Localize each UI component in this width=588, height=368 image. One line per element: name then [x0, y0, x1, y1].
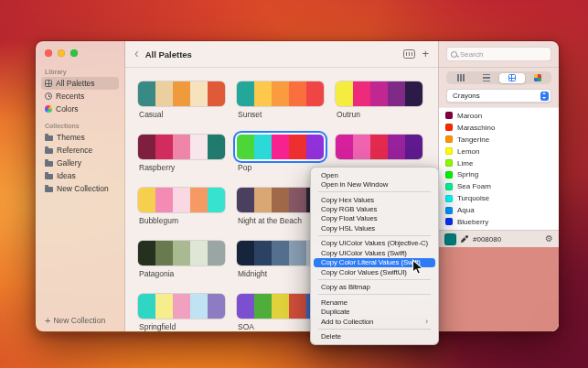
colors-icon	[45, 105, 52, 113]
menu-item-copy-hsl-values[interactable]: Copy HSL Values	[314, 223, 435, 233]
add-palette-button[interactable]: +	[422, 48, 429, 60]
preset-dropdown[interactable]: Crayons	[446, 89, 551, 103]
color-list-item-lemon[interactable]: Lemon	[439, 146, 559, 157]
palette-swatch-strip[interactable]	[138, 294, 225, 319]
menu-item-open[interactable]: Open	[314, 170, 435, 179]
new-collection-button[interactable]: + New Collection	[45, 316, 105, 325]
color-block	[155, 81, 173, 106]
sidebar-item-recents[interactable]: Recents	[41, 90, 119, 103]
sidebar-item-ideas[interactable]: Ideas	[41, 169, 119, 182]
preset-name: Crayons	[453, 92, 480, 100]
color-block	[289, 135, 306, 159]
menu-item-copy-float-values[interactable]: Copy Float Values	[314, 214, 435, 223]
menu-item-label: Copy RGB Values	[321, 205, 377, 213]
palette-name: Raspberry	[138, 163, 225, 172]
palette-swatch-strip[interactable]	[138, 241, 225, 265]
menu-item-label: Copy Color Literal Values (Swift)	[321, 258, 421, 266]
palette-swatch-strip[interactable]	[138, 135, 225, 159]
color-list-item-blueberry[interactable]: Blueberry	[439, 216, 559, 228]
palette-name: Patagonia	[138, 269, 225, 278]
search-icon	[451, 51, 457, 58]
palette-swatch-strip[interactable]	[138, 188, 225, 212]
color-list-item-sea-foam[interactable]: Sea Foam	[439, 180, 559, 192]
color-block	[306, 81, 324, 106]
sidebar-collections-header: Collections	[45, 123, 115, 129]
dropdown-stepper-icon	[540, 92, 549, 101]
color-list-item-maroon[interactable]: Maroon	[439, 110, 559, 122]
color-list-item-spring[interactable]: Spring	[439, 168, 559, 180]
color-block	[405, 135, 422, 159]
palette-card-view-icon[interactable]	[403, 49, 415, 59]
color-block	[289, 81, 306, 106]
palette-swatch-strip[interactable]	[336, 135, 422, 159]
eyedropper-icon[interactable]	[460, 234, 469, 244]
color-block	[208, 135, 225, 159]
color-block	[173, 135, 190, 159]
color-block	[254, 135, 272, 159]
menu-item-label: Add to Collection	[321, 318, 373, 326]
color-list-item-maraschino[interactable]: Maraschino	[439, 122, 559, 134]
sidebar-item-themes[interactable]: Themes	[41, 131, 119, 144]
palette-swatch-strip[interactable]	[237, 81, 324, 106]
swatches-view-segment[interactable]	[525, 73, 551, 83]
color-name: Sea Foam	[457, 182, 491, 190]
sidebar-item-label: Colors	[56, 104, 79, 114]
color-block	[388, 135, 405, 159]
palette-swatch-strip[interactable]	[336, 81, 422, 106]
search-field[interactable]	[446, 47, 551, 61]
color-list-item-tangerine[interactable]: Tangerine	[439, 134, 559, 146]
color-swatch	[445, 171, 453, 179]
zoom-button[interactable]	[70, 49, 78, 57]
menu-item-rename[interactable]: Rename	[314, 298, 435, 307]
sidebar-item-gallery[interactable]: Gallery	[41, 157, 119, 169]
color-block	[138, 188, 155, 212]
sidebar-item-colors[interactable]: Colors	[41, 103, 119, 115]
sidebar-item-new-collection[interactable]: New Collection	[41, 182, 119, 195]
palette-view-segment[interactable]	[448, 73, 474, 83]
mouse-cursor	[412, 259, 423, 276]
palette-swatch-strip[interactable]	[237, 135, 324, 159]
current-color-swatch[interactable]	[444, 233, 456, 245]
sidebar-item-reference[interactable]: Reference	[41, 144, 119, 157]
color-list-item-lime[interactable]: Lime	[439, 157, 559, 169]
palette-swatch-strip[interactable]	[138, 81, 225, 106]
menu-item-copy-uicolor-values-swift[interactable]: Copy UIColor Values (Swift)	[314, 248, 435, 257]
menu-item-copy-hex-values[interactable]: Copy Hex Values	[314, 195, 435, 204]
color-list-item-aqua[interactable]: Aqua	[439, 204, 559, 216]
all-palettes-icon	[45, 80, 52, 87]
menu-item-add-to-collection[interactable]: Add to Collection›	[314, 317, 435, 326]
palette-name: Casual	[138, 110, 225, 119]
sidebar-item-label: Themes	[57, 133, 85, 142]
menu-item-label: Rename	[321, 298, 347, 307]
menu-item-copy-rgb-values[interactable]: Copy RGB Values	[314, 204, 435, 213]
menu-item-copy-as-bitmap[interactable]: Copy as Bitmap	[314, 282, 435, 291]
menu-separator	[318, 279, 431, 280]
menu-item-open-in-new-window[interactable]: Open in New Window	[314, 179, 435, 189]
grid-view-segment[interactable]	[499, 73, 525, 83]
search-input[interactable]	[460, 50, 547, 59]
menu-item-copy-uicolor-values-objective-c[interactable]: Copy UIColor Values (Objective-C)	[314, 239, 435, 248]
color-swatch	[445, 124, 453, 131]
current-color-hex: #008080	[473, 235, 501, 244]
color-name: Maroon	[457, 112, 482, 120]
color-block	[272, 188, 289, 212]
page-title: All Palettes	[145, 49, 192, 60]
menu-item-label: Copy UIColor Values (Objective-C)	[321, 239, 428, 247]
view-mode-segmented-control	[446, 71, 551, 84]
minimize-button[interactable]	[58, 49, 65, 57]
color-name: Lime	[457, 159, 473, 168]
back-button[interactable]: ‹	[134, 47, 139, 60]
menu-item-label: Copy Float Values	[321, 214, 377, 222]
grid-icon	[508, 74, 516, 81]
sidebar-item-all-palettes[interactable]: All Palettes	[41, 77, 119, 90]
menu-item-delete[interactable]: Delete	[314, 331, 435, 341]
close-button[interactable]	[45, 49, 52, 57]
settings-gear-icon[interactable]: ⚙	[545, 234, 553, 244]
palette-card-outrun: Outrun	[336, 81, 422, 135]
folder-icon	[45, 187, 53, 193]
color-list-item-turquoise[interactable]: Turquoise	[439, 192, 559, 204]
mosaic-icon	[534, 74, 541, 81]
sliders-view-segment[interactable]	[474, 73, 499, 83]
menu-item-duplicate[interactable]: Duplicate	[314, 307, 435, 316]
current-color-bar: #008080 ⚙	[439, 230, 559, 247]
